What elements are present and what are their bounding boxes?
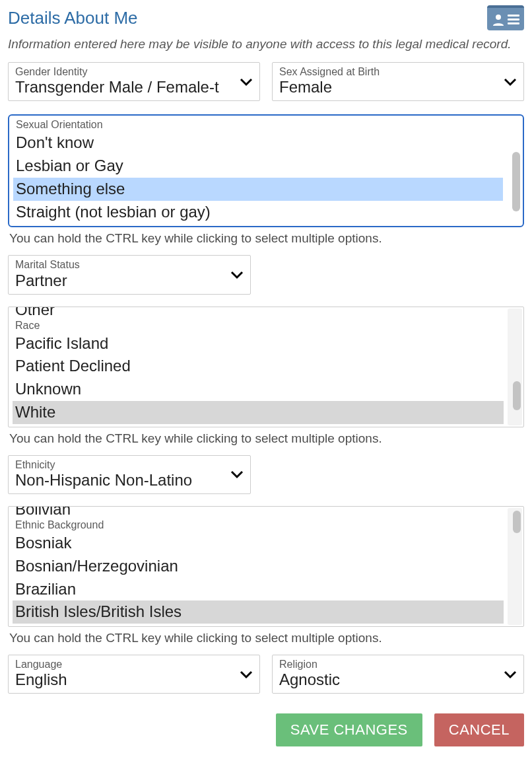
scrollbar-thumb[interactable] <box>512 152 520 211</box>
language-label: Language <box>15 658 253 670</box>
gender-identity-select[interactable]: Gender Identity Transgender Male / Femal… <box>8 62 260 101</box>
marital-status-label: Marital Status <box>15 258 244 271</box>
list-item[interactable]: British Isles/British Isles <box>13 600 504 624</box>
multi-hint: You can hold the CTRL key while clicking… <box>9 431 524 446</box>
sexual-orientation-label: Sexual Orientation <box>16 118 103 131</box>
religion-select[interactable]: Religion Agnostic <box>272 655 524 694</box>
id-card-icon[interactable] <box>487 5 524 30</box>
sex-assigned-value: Female <box>279 78 517 96</box>
race-options[interactable]: Other Pacific Island Patient Declined Un… <box>9 307 523 427</box>
save-button[interactable]: SAVE CHANGES <box>276 713 422 746</box>
marital-status-value: Partner <box>15 272 244 290</box>
ethnicity-label: Ethnicity <box>15 458 244 471</box>
list-item[interactable]: Don't know <box>13 131 503 155</box>
list-item[interactable]: Something else <box>13 178 503 201</box>
multi-hint: You can hold the CTRL key while clicking… <box>9 631 524 645</box>
scrollbar-thumb[interactable] <box>513 381 521 410</box>
gender-identity-label: Gender Identity <box>15 65 253 78</box>
scrollbar-thumb[interactable] <box>513 511 521 533</box>
list-item[interactable]: Lesbian or Gay <box>13 155 503 178</box>
religion-label: Religion <box>279 658 517 670</box>
race-label: Race <box>15 319 40 332</box>
ethnicity-value: Non-Hispanic Non-Latino <box>15 471 244 489</box>
race-listbox[interactable]: Race Other Pacific Island Patient Declin… <box>8 307 524 427</box>
svg-point-0 <box>496 15 501 20</box>
list-item[interactable]: Bosnian/Herzegovinian <box>13 555 504 578</box>
language-value: English <box>15 670 253 689</box>
list-item[interactable]: Unknown <box>13 378 504 401</box>
list-item[interactable]: Bolivian <box>13 507 504 515</box>
list-item[interactable]: Patient Declined <box>13 355 504 378</box>
sexual-orientation-options[interactable]: Don't know Lesbian or Gay Something else… <box>9 116 523 226</box>
intro-text: Information entered here may be visible … <box>8 37 524 52</box>
language-select[interactable]: Language English <box>8 655 260 694</box>
list-item[interactable]: Other <box>13 307 504 315</box>
multi-hint: You can hold the CTRL key while clicking… <box>9 231 524 246</box>
list-item[interactable]: Straight (not lesbian or gay) <box>13 201 503 224</box>
list-item[interactable]: White <box>13 401 504 424</box>
gender-identity-value: Transgender Male / Female-t <box>15 78 253 96</box>
page-title: Details About Me <box>8 8 138 28</box>
ethnic-background-label: Ethnic Background <box>15 519 104 531</box>
religion-value: Agnostic <box>279 670 517 689</box>
sexual-orientation-listbox[interactable]: Sexual Orientation Don't know Lesbian or… <box>8 114 524 227</box>
cancel-button[interactable]: CANCEL <box>434 713 524 746</box>
ethnicity-select[interactable]: Ethnicity Non-Hispanic Non-Latino <box>8 455 251 494</box>
ethnic-background-listbox[interactable]: Ethnic Background Bolivian Bosniak Bosni… <box>8 506 524 627</box>
marital-status-select[interactable]: Marital Status Partner <box>8 255 251 294</box>
sex-assigned-select[interactable]: Sex Assigned at Birth Female <box>272 62 524 101</box>
list-item[interactable]: Brazilian <box>13 578 504 601</box>
sex-assigned-label: Sex Assigned at Birth <box>279 65 517 78</box>
list-item[interactable]: Pacific Island <box>13 319 504 355</box>
